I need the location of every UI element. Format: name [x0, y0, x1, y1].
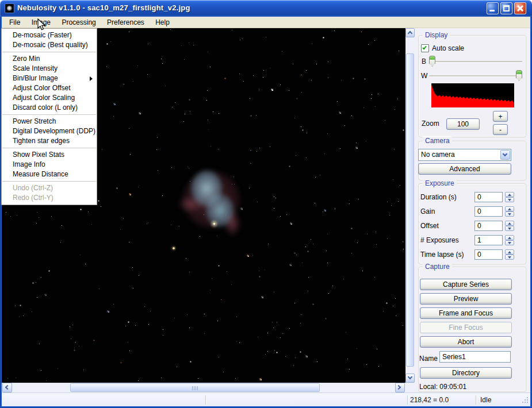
menu-item-tighten-star-edges[interactable]: Tighten star edges: [2, 136, 97, 146]
advanced-button[interactable]: Advanced: [418, 163, 511, 175]
spin-up-button[interactable]: [505, 221, 514, 226]
fine-focus-button[interactable]: Fine Focus: [420, 322, 512, 333]
spin-up-icon: [508, 208, 511, 210]
camera-group-title: Camera: [423, 137, 452, 145]
time-lapse-input[interactable]: 0: [474, 249, 503, 260]
menu-processing[interactable]: Processing: [57, 17, 100, 28]
spin-down-button[interactable]: [505, 240, 514, 245]
minimize-button[interactable]: [487, 2, 499, 14]
menu-item-discard-color[interactable]: Discard color (L only): [2, 103, 97, 113]
directory-button[interactable]: Directory: [420, 367, 512, 379]
gain-input[interactable]: 0: [474, 206, 503, 217]
menu-bar: File Image Processing Preferences Help: [2, 17, 530, 28]
maximize-button[interactable]: [500, 2, 512, 14]
menu-item-measure-distance[interactable]: Measure Distance: [2, 170, 97, 179]
menu-item-zero-min[interactable]: Zero Min: [2, 54, 97, 64]
scrollbar-corner: [405, 383, 415, 392]
time-lapse-label: Time lapse (s): [420, 251, 464, 259]
menu-item-power-stretch[interactable]: Power Stretch: [2, 117, 97, 126]
spin-down-button[interactable]: [505, 211, 514, 217]
menu-item-digital-development[interactable]: Digital Development (DDP): [2, 126, 97, 136]
chevron-down-icon: [503, 152, 507, 156]
menu-item-scale-intensity[interactable]: Scale Intensity: [2, 64, 97, 74]
scroll-down-button[interactable]: [405, 374, 415, 383]
menu-preferences[interactable]: Preferences: [102, 17, 149, 28]
camera-select[interactable]: No camera: [418, 149, 511, 161]
menu-item-redo[interactable]: Redo (Ctrl-Y): [2, 193, 97, 203]
spin-up-button[interactable]: [505, 192, 514, 197]
scroll-right-button[interactable]: [395, 383, 405, 392]
zoom-value-button[interactable]: 100: [446, 118, 480, 130]
scroll-left-button[interactable]: [2, 383, 12, 392]
capture-group: Capture Capture Series Preview Frame and…: [418, 267, 526, 392]
spin-up-icon: [508, 251, 511, 253]
w-slider-label: W: [421, 72, 427, 80]
status-divider: [205, 395, 206, 405]
exposure-row: Offset 0: [419, 221, 526, 231]
close-button[interactable]: [514, 2, 526, 14]
resize-grip[interactable]: [521, 397, 528, 404]
mouse-cursor: [37, 18, 47, 31]
spin-up-button[interactable]: [505, 206, 514, 211]
display-group-title: Display: [423, 31, 450, 39]
app-icon: [5, 3, 14, 13]
spin-down-button[interactable]: [505, 197, 514, 202]
menu-help[interactable]: Help: [151, 17, 174, 28]
bright-star: [213, 222, 216, 225]
offset-label: Offset: [420, 222, 439, 230]
spin-down-button[interactable]: [505, 255, 514, 260]
offset-spinner: [505, 221, 514, 231]
spin-down-button[interactable]: [505, 226, 514, 231]
status-state: Idle: [480, 396, 491, 404]
menu-item-undo[interactable]: Undo (Ctrl-Z): [2, 183, 97, 193]
menu-item-image-info[interactable]: Image Info: [2, 160, 97, 170]
bright-star: [173, 247, 175, 249]
camera-select-dropdown-button[interactable]: [500, 150, 510, 160]
menu-item-adjust-color-offset[interactable]: Adjust Color Offset: [2, 83, 97, 93]
gain-label: Gain: [420, 207, 435, 215]
auto-scale-checkbox[interactable]: [421, 44, 429, 52]
num-exposures-input[interactable]: 1: [474, 235, 503, 245]
zoom-label: Zoom: [422, 120, 439, 128]
camera-group: Camera No camera Advanced: [418, 141, 526, 180]
horizontal-scroll-thumb[interactable]: [70, 383, 320, 392]
auto-scale-label: Auto scale: [432, 44, 464, 52]
abort-button[interactable]: Abort: [420, 336, 512, 348]
exposure-row: Duration (s) 0: [419, 192, 526, 202]
spin-up-icon: [508, 237, 511, 239]
spin-up-button[interactable]: [505, 235, 514, 240]
vertical-scrollbar[interactable]: [405, 28, 415, 383]
frame-and-focus-button[interactable]: Frame and Focus: [420, 307, 512, 319]
spin-up-button[interactable]: [505, 249, 514, 255]
exposure-group-title: Exposure: [423, 179, 457, 187]
horizontal-scrollbar[interactable]: [2, 383, 405, 392]
menu-item-demosaic-best[interactable]: De-mosaic (Best quality): [2, 40, 97, 50]
exposure-row: # Exposures 1: [419, 235, 526, 245]
offset-input[interactable]: 0: [474, 221, 503, 231]
title-bar[interactable]: Nebulosity v1.1.0 - sac10_m27_firstlight…: [0, 0, 532, 17]
menu-item-demosaic-faster[interactable]: De-mosaic (Faster): [2, 30, 97, 40]
menu-file[interactable]: File: [5, 17, 25, 28]
capture-group-title: Capture: [423, 263, 452, 271]
menu-item-adjust-color-scaling[interactable]: Adjust Color Scaling: [2, 93, 97, 103]
menu-separator: [2, 181, 96, 182]
num-exposures-spinner: [505, 235, 514, 245]
status-bar: 218,42 = 0.0 Idle: [2, 392, 530, 406]
zoom-in-button[interactable]: +: [493, 111, 508, 122]
w-slider-track[interactable]: [429, 75, 522, 76]
menu-item-show-pixel-stats[interactable]: Show Pixel Stats: [2, 150, 97, 160]
scroll-up-button[interactable]: [405, 28, 415, 37]
spin-down-icon: [508, 199, 511, 201]
b-slider-thumb[interactable]: [429, 56, 435, 67]
local-time: Local: 09:05:01: [419, 383, 466, 391]
b-slider-track[interactable]: [429, 61, 522, 62]
menu-item-bin-blur-image[interactable]: Bin/Blur Image: [2, 74, 97, 83]
capture-series-button[interactable]: Capture Series: [420, 279, 512, 290]
vertical-scroll-thumb[interactable]: [406, 53, 414, 367]
zoom-out-button[interactable]: -: [493, 124, 508, 135]
w-slider-thumb[interactable]: [516, 70, 522, 81]
preview-button[interactable]: Preview: [420, 293, 512, 305]
name-label: Name: [419, 355, 438, 363]
series-name-input[interactable]: Series1: [439, 351, 511, 363]
duration-input[interactable]: 0: [474, 192, 503, 202]
